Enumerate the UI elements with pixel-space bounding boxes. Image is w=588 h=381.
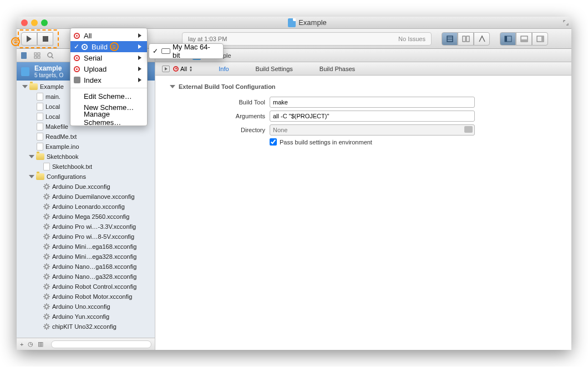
pass-settings-checkbox[interactable] [270,138,277,146]
svg-line-60 [48,228,49,229]
menu-item-build[interactable]: ✓ Build ① [70,41,147,52]
section-header[interactable]: External Build Tool Configuration [170,83,561,90]
svg-point-144 [45,325,48,328]
svg-line-80 [48,244,49,245]
tree-file[interactable]: Arduino Robot Motor.xcconfig [17,292,155,302]
directory-field[interactable] [270,124,475,136]
stop-icon [43,36,48,42]
tab-info[interactable]: Info [219,66,229,72]
menu-item-index[interactable]: Index [70,74,147,86]
svg-line-77 [44,244,45,245]
close-window-button[interactable] [21,19,28,26]
assistant-editor-button[interactable] [458,32,474,46]
tree-file[interactable]: Arduino Uno.xcconfig [17,302,155,312]
svg-rect-14 [34,56,37,58]
minimize-window-button[interactable] [31,19,38,26]
filter-icon[interactable]: ▥ [38,340,43,348]
zoom-window-button[interactable] [41,19,48,26]
tree-file[interactable]: Arduino Mini…ega168.xcconfig [17,242,155,252]
build-tool-label: Build Tool [215,99,265,106]
svg-line-122 [44,294,45,295]
toggle-debug-area-button[interactable] [516,32,532,46]
menu-item-edit-scheme[interactable]: Edit Scheme… [70,91,147,102]
titlebar: Example [17,17,571,29]
standard-editor-button[interactable] [442,32,458,46]
search-navigator-icon[interactable] [47,52,54,59]
menu-item-all[interactable]: All [70,30,147,41]
run-button[interactable] [21,32,37,46]
tree-file[interactable]: Arduino Nano…ga328.xcconfig [17,272,155,282]
submenu-item-destination[interactable]: ✓ My Mac 64-bit [149,46,223,57]
menu-separator [70,88,147,88]
tree-file[interactable]: Arduino Mini…ega328.xcconfig [17,252,155,262]
disclosure-triangle-icon[interactable] [170,85,175,88]
svg-point-36 [45,205,48,208]
arguments-label: Arguments [215,113,265,119]
tree-file[interactable]: Arduino Yun.xcconfig [17,312,155,322]
svg-rect-11 [21,52,27,59]
svg-line-23 [44,184,45,185]
tree-folder[interactable]: Configurations [17,172,155,182]
svg-rect-15 [38,56,40,58]
window-title: Example [48,18,567,27]
svg-line-150 [48,328,49,329]
target-selector[interactable]: All ▴▾ [173,66,192,72]
navigator-footer: + ◷ ▥ [17,338,155,350]
directory-label: Directory [215,127,265,133]
status-issues: No Issues [398,36,425,42]
tab-build-phases[interactable]: Build Phases [320,66,355,72]
tree-file[interactable]: Arduino Due.xcconfig [17,182,155,192]
tree-folder[interactable]: Sketchbook [17,152,155,162]
menu-item-manage-schemes[interactable]: Manage Schemes… [70,113,147,124]
svg-line-87 [48,258,49,259]
svg-line-86 [44,254,45,255]
svg-point-16 [48,53,52,57]
project-file-icon [21,67,29,76]
version-editor-button[interactable] [474,32,490,46]
svg-line-134 [48,304,49,305]
tab-build-settings[interactable]: Build Settings [256,66,293,72]
svg-point-90 [45,265,48,268]
menu-item-upload[interactable]: Upload [70,63,147,74]
svg-line-141 [48,318,49,319]
editor-content: External Build Tool Configuration Build … [155,76,571,350]
tree-file[interactable]: Arduino Pro wi…8-5V.xcconfig [17,232,155,242]
svg-point-54 [45,225,48,228]
run-scheme-icon[interactable] [162,66,170,72]
svg-line-106 [44,278,45,279]
svg-line-59 [44,224,45,225]
svg-line-124 [44,298,45,299]
build-tool-field[interactable] [270,97,475,108]
clock-icon[interactable]: ◷ [28,340,33,348]
scheme-popup-menu: All ✓ Build ① Serial Upload Index Edit S… [70,28,148,126]
folder-picker-icon[interactable] [464,126,473,133]
tree-file[interactable]: ReadMe.txt [17,132,155,142]
tree-file[interactable]: Arduino Mega 2560.xcconfig [17,212,155,222]
toggle-utilities-button[interactable] [532,32,548,46]
svg-point-117 [45,295,48,298]
project-navigator-icon[interactable] [20,52,28,59]
symbol-navigator-icon[interactable] [33,52,41,59]
tree-file[interactable]: Sketchbook.txt [17,162,155,172]
stop-button[interactable] [37,32,53,46]
tree-file[interactable]: Arduino Robot Control.xcconfig [17,282,155,292]
toggle-navigator-button[interactable] [500,32,516,46]
svg-point-45 [45,215,48,218]
tree-file[interactable]: Example.ino [17,142,155,152]
fullscreen-icon[interactable] [563,20,569,26]
svg-line-43 [44,208,45,209]
svg-line-149 [44,324,45,325]
svg-line-98 [48,264,49,265]
add-button[interactable]: + [20,341,23,348]
tree-file[interactable]: Arduino Pro wi…-3.3V.xcconfig [17,222,155,232]
tree-file[interactable]: Arduino Leonardo.xcconfig [17,202,155,212]
tree-file[interactable]: chipKIT Uno32.xcconfig [17,322,155,332]
svg-line-116 [48,284,49,285]
menu-item-serial[interactable]: Serial [70,52,147,63]
svg-rect-6 [505,36,507,42]
tree-file[interactable]: Arduino Nano…ga168.xcconfig [17,262,155,272]
tree-file[interactable]: Arduino Duemilanove.xcconfig [17,192,155,202]
pass-settings-label: Pass build settings in environment [280,139,372,146]
filter-field[interactable] [51,340,151,348]
arguments-field[interactable] [270,111,475,122]
